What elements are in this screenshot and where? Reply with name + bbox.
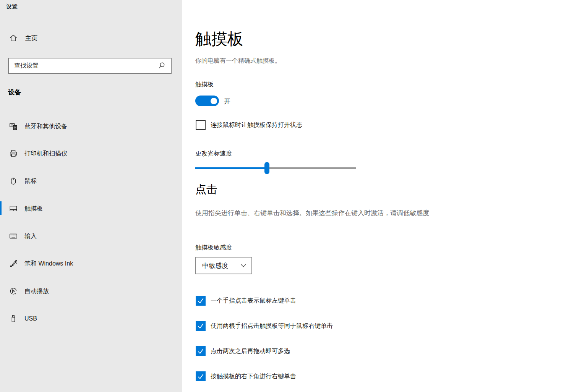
usb-icon [9,314,18,323]
sensitivity-selected-value: 中敏感度 [202,261,241,270]
sidebar-item-label: 自动播放 [24,287,49,295]
sidebar-item-printers[interactable]: 打印机和扫描仪 [0,145,182,162]
corner-right-click-checkbox[interactable] [196,371,206,381]
checkbox-label: 按触摸板的右下角进行右键单击 [211,373,296,381]
toggle-knob [211,98,217,104]
settings-sidebar: 设置 主页 设备 蓝牙和其他设备 [0,0,182,392]
sidebar-home-label: 主页 [25,34,37,42]
toggle-state-text: 开 [224,97,230,106]
two-finger-right-click-checkbox[interactable] [196,321,206,331]
taps-section-title: 点击 [195,182,217,197]
touchpad-icon [9,204,18,213]
touchpad-settings-page: 触摸板 你的电脑有一个精确式触摸板。 触摸板 开 连接鼠标时让触摸板保持打开状态… [182,0,561,392]
sensitivity-dropdown[interactable]: 中敏感度 [195,257,252,274]
search-input[interactable] [9,62,158,69]
keep-touchpad-on-checkbox-row[interactable]: 连接鼠标时让触摸板保持打开状态 [196,120,302,130]
checkmark-icon [197,322,204,330]
touchpad-toggle-label: 触摸板 [195,81,214,89]
slider-thumb[interactable] [264,162,269,174]
mouse-icon [9,177,18,185]
tap-left-click-checkbox-row[interactable]: 一个手指点击表示鼠标左键单击 [196,296,296,306]
sidebar-item-mouse[interactable]: 鼠标 [0,173,182,190]
checkmark-icon [197,347,204,355]
sidebar-section-devices: 设备 [8,88,21,97]
taps-section-description: 使用指尖进行单击、右键单击和选择。如果这些操作在键入时激活，请调低敏感度 [195,208,454,219]
cursor-speed-slider[interactable] [195,160,356,176]
keyboard-icon [9,232,18,240]
sidebar-item-label: 打印机和扫描仪 [24,150,67,158]
chevron-down-icon [241,264,246,267]
autoplay-icon [9,287,18,295]
page-title: 触摸板 [195,28,243,50]
devices-icon [9,122,18,131]
sidebar-item-typing[interactable]: 输入 [0,228,182,245]
sidebar-item-label: 触摸板 [24,205,43,213]
checkbox-label: 连接鼠标时让触摸板保持打开状态 [211,121,302,129]
sidebar-item-label: 笔和 Windows Ink [24,260,73,268]
sidebar-item-bluetooth[interactable]: 蓝牙和其他设备 [0,118,182,135]
checkbox-label: 使用两根手指点击触摸板等同于鼠标右键单击 [211,322,333,330]
corner-right-click-checkbox-row[interactable]: 按触摸板的右下角进行右键单击 [196,371,296,381]
sensitivity-label: 触摸板敏感度 [195,244,232,252]
touchpad-toggle[interactable] [195,96,219,106]
checkbox-label: 一个手指点击表示鼠标左键单击 [211,297,296,305]
sidebar-item-label: 蓝牙和其他设备 [24,123,67,131]
two-finger-right-click-checkbox-row[interactable]: 使用两根手指点击触摸板等同于鼠标右键单击 [196,321,333,331]
sidebar-item-pen[interactable]: 笔和 Windows Ink [0,255,182,272]
checkmark-icon [197,373,204,380]
sidebar-item-label: USB [24,315,37,322]
cursor-speed-label: 更改光标速度 [195,150,232,158]
sidebar-item-touchpad[interactable]: 触摸板 [0,200,182,217]
sidebar-item-label: 鼠标 [24,177,37,185]
window-title: 设置 [6,3,18,10]
sidebar-item-usb[interactable]: USB [0,310,182,327]
checkmark-icon [197,297,204,305]
page-subtitle: 你的电脑有一个精确式触摸板。 [195,57,281,65]
tap-left-click-checkbox[interactable] [196,296,206,306]
checkbox-label: 点击两次之后再拖动即可多选 [211,347,290,355]
selected-item-indicator [0,201,2,215]
sidebar-item-autoplay[interactable]: 自动播放 [0,283,182,300]
sidebar-item-label: 输入 [24,232,37,240]
sidebar-item-home[interactable]: 主页 [0,31,182,46]
double-tap-drag-checkbox[interactable] [196,346,206,356]
settings-search-box [8,58,172,74]
search-icon[interactable] [158,62,165,70]
slider-fill [195,167,267,169]
keep-touchpad-on-checkbox[interactable] [196,120,206,130]
double-tap-drag-checkbox-row[interactable]: 点击两次之后再拖动即可多选 [196,346,290,356]
home-icon [9,34,18,42]
printer-icon [9,149,18,158]
pen-icon [9,259,18,268]
